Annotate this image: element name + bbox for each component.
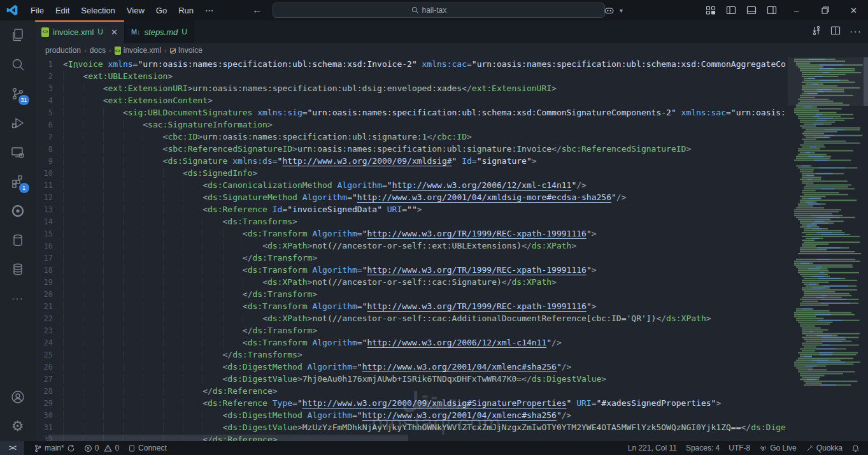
code-line[interactable]: 9 <ds:Signature xmlns:ds="http://www.w3.… (35, 155, 788, 167)
database-extension-icon[interactable] (3, 226, 33, 255)
line-number: 2 (35, 71, 63, 82)
copilot-icon[interactable] (601, 3, 618, 17)
command-center-search[interactable] (273, 3, 605, 18)
code-line[interactable]: 19 <ds:XPath>not(//ancestor-or-self::cac… (35, 276, 788, 288)
code-line[interactable]: 29 <ds:Reference Type="http://www.w3.org… (35, 397, 788, 409)
code-line[interactable]: 3 <ext:ExtensionURI>urn:oasis:names:spec… (35, 82, 788, 94)
vscode-logo-icon (6, 4, 18, 17)
code-line[interactable]: 5 <sig:UBLDocumentSignatures xmlns:sig="… (35, 106, 788, 119)
code-line[interactable]: 16 <ds:XPath>not(//ancestor-or-self::ext… (35, 240, 788, 252)
line-number: 17 (35, 252, 63, 264)
code-line[interactable]: 18 <ds:Transform Algorithm="http://www.w… (35, 264, 788, 276)
customize-layout-icon[interactable] (702, 3, 719, 17)
code-line[interactable]: 2 <ext:UBLExtension> (35, 70, 788, 82)
minimize-button[interactable]: – (782, 0, 811, 20)
code-line[interactable]: 21 <ds:Transform Algorithm="http://www.w… (35, 300, 788, 312)
sql-database-icon[interactable] (3, 255, 33, 284)
code-line[interactable]: 17 </ds:Transform> (35, 252, 788, 264)
code-line[interactable]: 13 <ds:Reference Id="invoiceSignedData" … (35, 203, 788, 215)
breadcrumb-chevron-icon: › (84, 47, 87, 54)
line-number: 31 (35, 422, 63, 433)
code-line[interactable]: 15 <ds:Transform Algorithm="http://www.w… (35, 227, 788, 240)
search-sidebar-icon[interactable] (3, 50, 33, 79)
circleci-extension-icon[interactable] (3, 196, 33, 226)
cursor-position[interactable]: Ln 221, Col 11 (623, 441, 681, 455)
code-line[interactable]: 12 <ds:SignatureMethod Algorithm="http:/… (35, 191, 788, 203)
extensions-badge: 1 (19, 183, 29, 193)
minimap-slider[interactable] (788, 57, 864, 106)
breadcrumb-file[interactable]: invoice.xml (115, 46, 161, 55)
code-line[interactable]: 8 <sbc:ReferencedSignatureID>urn:oasis:n… (35, 143, 788, 155)
menu-edit[interactable]: Edit (50, 4, 75, 17)
indentation-status[interactable]: Spaces: 4 (681, 441, 724, 455)
tab-close-icon[interactable]: ✕ (111, 27, 118, 37)
code-line[interactable]: 27 <ds:DigestValue>7hj0eAu0h176xmjAUwb+I… (35, 373, 788, 385)
remote-indicator[interactable]: >< (0, 441, 24, 455)
tab-modified-indicator: U (97, 27, 103, 36)
code-line[interactable]: 14 <ds:Transforms> (35, 215, 788, 227)
code-line[interactable]: 6 <sac:SignatureInformation> (35, 119, 788, 131)
code-line[interactable]: 11 <ds:CanonicalizationMethod Algorithm=… (35, 179, 788, 191)
code-line[interactable]: 20 </ds:Transform> (35, 288, 788, 300)
breadcrumb-docs[interactable]: docs (90, 46, 106, 55)
vertical-scrollbar[interactable] (864, 57, 868, 106)
toggle-primary-sidebar-icon[interactable] (723, 3, 739, 17)
tab-invoice-xml[interactable]: invoice.xml U ✕ (35, 20, 125, 43)
code-editor[interactable]: 1<Invoice xmlns="urn:oasis:names:specifi… (35, 57, 868, 441)
code-line[interactable]: 28 </ds:Reference> (35, 385, 788, 397)
minimap[interactable] (788, 57, 864, 441)
db-connect-status[interactable]: Connect (124, 441, 171, 455)
code-line[interactable]: 24 <ds:Transform Algorithm="http://www.w… (35, 336, 788, 349)
copilot-chevron-icon[interactable]: ▾ (620, 7, 623, 14)
menu-view[interactable]: View (121, 4, 150, 17)
code-line[interactable]: 23 </ds:Transform> (35, 324, 788, 336)
line-number: 16 (35, 240, 63, 252)
tab-steps-md[interactable]: M↓ steps.md U (125, 20, 194, 43)
source-control-icon[interactable]: 31 (3, 79, 33, 108)
go-live-button[interactable]: Go Live (755, 441, 800, 455)
horizontal-scrollbar[interactable] (48, 435, 408, 441)
code-line[interactable]: 22 <ds:XPath>not(//ancestor-or-self::cac… (35, 312, 788, 324)
line-number: 23 (35, 325, 63, 336)
code-line[interactable]: 25 </ds:Transforms> (35, 349, 788, 361)
editor-more-actions-icon[interactable]: ··· (850, 26, 862, 38)
breadcrumb-symbol[interactable]: Invoice (170, 46, 203, 55)
account-icon[interactable] (3, 382, 33, 412)
remote-explorer-icon[interactable] (3, 138, 33, 167)
search-input[interactable] (422, 6, 467, 15)
run-debug-icon[interactable] (3, 108, 33, 138)
code-line[interactable]: 10 <ds:SignedInfo> (35, 167, 788, 179)
nav-back-icon[interactable]: ← (252, 4, 262, 16)
code-line[interactable]: 26 <ds:DigestMethod Algorithm="http://ww… (35, 361, 788, 373)
extensions-icon[interactable]: 1 (3, 167, 33, 196)
restore-button[interactable] (811, 0, 839, 20)
toggle-panel-icon[interactable] (743, 3, 760, 17)
breadcrumb-production[interactable]: production (45, 46, 81, 55)
code-line[interactable]: 30 <ds:DigestMethod Algorithm="http://ww… (35, 409, 788, 421)
encoding-status[interactable]: UTF-8 (724, 441, 755, 455)
settings-gear-icon[interactable]: ⚙ (3, 412, 33, 441)
menu-go[interactable]: Go (150, 4, 173, 17)
menu-file[interactable]: File (25, 4, 50, 17)
code-line[interactable]: 1<Invoice xmlns="urn:oasis:names:specifi… (35, 58, 788, 70)
line-number: 30 (35, 410, 63, 421)
branch-status[interactable]: main* (29, 441, 80, 455)
line-number: 11 (35, 180, 63, 191)
close-window-button[interactable]: ✕ (839, 0, 868, 20)
explorer-icon[interactable] (3, 20, 33, 50)
split-editor-icon[interactable] (830, 25, 841, 38)
problems-status[interactable]: 0 0 (80, 441, 124, 455)
menu-run[interactable]: Run (173, 4, 199, 17)
line-number: 8 (35, 143, 63, 155)
code-line[interactable]: 31 <ds:DigestValue>MzUzYzFmMDhkNjAyYjkyY… (35, 421, 788, 433)
code-line[interactable]: 7 <cbc:ID>urn:oasis:names:specification:… (35, 131, 788, 143)
quokka-button[interactable]: Quokka (801, 441, 847, 455)
vscode-window: File Edit Selection View Go Run ⋯ ← → ▾ (0, 0, 868, 455)
open-changes-icon[interactable] (811, 25, 822, 38)
menu-selection[interactable]: Selection (75, 4, 120, 17)
code-line[interactable]: 4 <ext:ExtensionContent> (35, 94, 788, 106)
toggle-secondary-sidebar-icon[interactable] (764, 3, 780, 17)
menu-more[interactable]: ⋯ (199, 4, 219, 17)
notifications-bell-icon[interactable] (847, 441, 864, 455)
activity-more-icon[interactable]: ··· (3, 284, 33, 314)
